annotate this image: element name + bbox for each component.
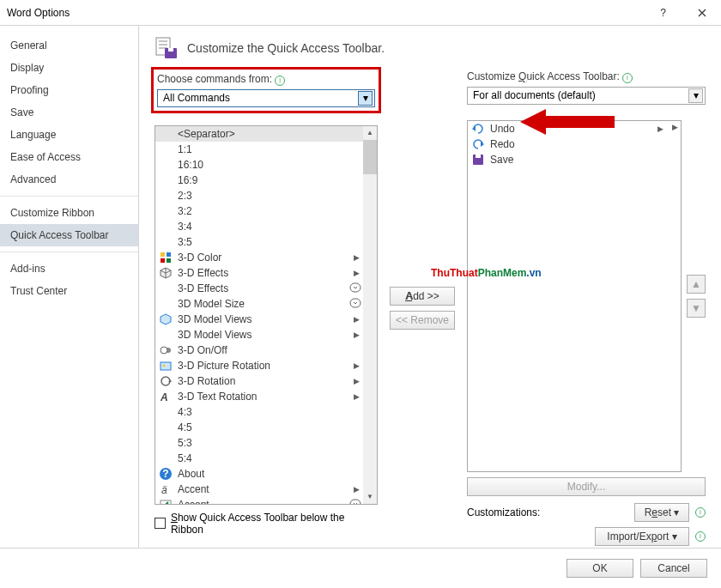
qat-header-icon <box>154 36 179 60</box>
list-item-label: 3:5 <box>178 236 192 248</box>
submenu-arrow-icon: ▶ <box>354 485 360 494</box>
cancel-button[interactable]: Cancel <box>640 559 707 578</box>
list-item[interactable]: Undo▶ <box>468 121 667 136</box>
list-item[interactable]: Accept▶ <box>155 497 363 504</box>
show-below-ribbon-checkbox[interactable]: Show Quick Access Toolbar below the Ribb… <box>154 512 378 536</box>
scroll-thumb[interactable] <box>363 140 377 174</box>
redo-icon <box>471 137 485 151</box>
list-item[interactable]: 3D Model Size <box>155 296 363 312</box>
list-item[interactable]: 3D Model Views▶ <box>155 312 363 327</box>
info-icon[interactable]: i <box>275 76 285 86</box>
list-item-label: 5:3 <box>178 437 192 449</box>
divider <box>0 252 138 252</box>
scroll-up-icon[interactable]: ▲ <box>363 126 377 140</box>
list-item[interactable]: 1:1 <box>155 142 363 157</box>
dialog-footer: OK Cancel <box>0 548 721 587</box>
close-button[interactable] <box>682 0 721 25</box>
info-icon[interactable]: i <box>695 507 706 518</box>
dropdown-pill-icon <box>349 282 361 294</box>
list-item[interactable]: A3-D Text Rotation▶ <box>155 389 363 404</box>
list-item[interactable]: <Separator> <box>155 126 363 142</box>
qat-listbox[interactable]: Undo▶RedoSave ▶ <box>467 120 682 472</box>
list-item[interactable]: 3-D Effects▶ <box>155 281 363 296</box>
submenu-arrow-icon: ▶ <box>354 377 360 385</box>
list-item[interactable]: 5:4 <box>155 451 363 466</box>
list-item[interactable]: 3-D Effects▶ <box>155 265 363 281</box>
list-item[interactable]: 3:4 <box>155 219 363 234</box>
remove-button[interactable]: << Remove <box>390 311 455 330</box>
help-button[interactable]: ? <box>644 0 682 25</box>
textrot-icon: A <box>159 390 173 403</box>
scroll-down-icon[interactable]: ▼ <box>363 490 377 504</box>
sidebar-item-general[interactable]: General <box>0 34 138 57</box>
svg-rect-11 <box>161 362 171 370</box>
choose-commands-select[interactable]: All Commands ▾ <box>157 89 375 107</box>
list-item[interactable]: 3-D Rotation▶ <box>155 373 363 389</box>
list-item[interactable]: 16:9 <box>155 173 363 188</box>
customize-qat-select[interactable]: For all documents (default) ▾ <box>467 87 706 105</box>
rot-icon <box>159 374 173 388</box>
list-item-label: About <box>178 468 204 480</box>
sidebar-item-language[interactable]: Language <box>0 124 138 146</box>
import-export-button[interactable]: Import/Export ▾ <box>595 527 689 546</box>
list-item[interactable]: Redo <box>468 136 667 152</box>
list-item[interactable]: 3:2 <box>155 203 363 219</box>
list-item[interactable]: äAccent▶ <box>155 482 363 497</box>
svg-rect-6 <box>167 258 171 263</box>
list-item[interactable]: 3D Model Views▶ <box>155 327 363 342</box>
sidebar-item-customize-ribbon[interactable]: Customize Ribbon <box>0 202 138 224</box>
list-item-label: 3-D Effects <box>178 267 228 279</box>
sidebar-item-trust-center[interactable]: Trust Center <box>0 280 138 302</box>
list-item-label: 16:10 <box>178 159 203 171</box>
svg-text:?: ? <box>162 468 168 480</box>
close-icon <box>698 9 706 17</box>
divider <box>0 196 138 197</box>
svg-rect-4 <box>167 252 171 257</box>
list-item[interactable]: 4:3 <box>155 404 363 420</box>
accent-icon: ä <box>159 482 173 496</box>
list-item-label: Redo <box>490 138 515 150</box>
list-item[interactable]: Save <box>468 152 667 167</box>
list-item-label: Accept <box>178 499 209 504</box>
list-item[interactable]: 16:10 <box>155 157 363 173</box>
sidebar-item-save[interactable]: Save <box>0 101 138 124</box>
scrollbar[interactable]: ▶ <box>667 121 681 471</box>
list-item[interactable]: 3-D Color▶ <box>155 250 363 265</box>
color-icon <box>159 251 173 264</box>
add-button[interactable]: AAdd >> <box>390 287 455 306</box>
undo-icon <box>471 122 485 136</box>
list-item-label: 3D Model Views <box>178 313 251 325</box>
modify-button[interactable]: Modify... <box>467 477 706 496</box>
list-item[interactable]: 4:5 <box>155 420 363 435</box>
sidebar-item-ease-of-access[interactable]: Ease of Access <box>0 146 138 168</box>
move-down-button[interactable]: ▼ <box>687 299 706 318</box>
svg-rect-20 <box>350 500 360 504</box>
ok-button[interactable]: OK <box>566 559 633 578</box>
sidebar-item-add-ins[interactable]: Add-ins <box>0 258 138 280</box>
sidebar-item-advanced[interactable]: Advanced <box>0 168 138 191</box>
commands-listbox[interactable]: <Separator>1:116:1016:92:33:23:43:53-D C… <box>154 125 378 505</box>
select-value: For all documents (default) <box>473 89 596 101</box>
list-item[interactable]: 2:3 <box>155 188 363 203</box>
cube2-icon <box>159 312 173 326</box>
list-item[interactable]: 3:5 <box>155 234 363 250</box>
info-icon[interactable]: i <box>695 531 706 542</box>
move-up-button[interactable]: ▲ <box>687 275 706 294</box>
list-item[interactable]: 3-D Picture Rotation▶ <box>155 358 363 373</box>
svg-marker-14 <box>168 379 172 382</box>
svg-point-13 <box>161 377 170 385</box>
info-icon[interactable]: i <box>622 73 633 83</box>
title-bar: Word Options ? <box>0 0 721 26</box>
reset-button[interactable]: Reset ▾ <box>634 503 689 522</box>
sidebar-item-quick-access-toolbar[interactable]: Quick Access Toolbar <box>0 224 138 246</box>
scrollbar[interactable]: ▲ ▼ <box>363 126 377 504</box>
sidebar-item-display[interactable]: Display <box>0 57 138 79</box>
list-item[interactable]: ?About <box>155 466 363 482</box>
svg-text:ä: ä <box>161 484 167 496</box>
sidebar-item-proofing[interactable]: Proofing <box>0 79 138 101</box>
list-item-label: 4:5 <box>178 421 192 433</box>
list-item[interactable]: 3-D On/Off <box>155 342 363 358</box>
list-item[interactable]: 5:3 <box>155 435 363 451</box>
picrot-icon <box>159 359 173 373</box>
dropdown-pill-icon <box>349 298 361 310</box>
